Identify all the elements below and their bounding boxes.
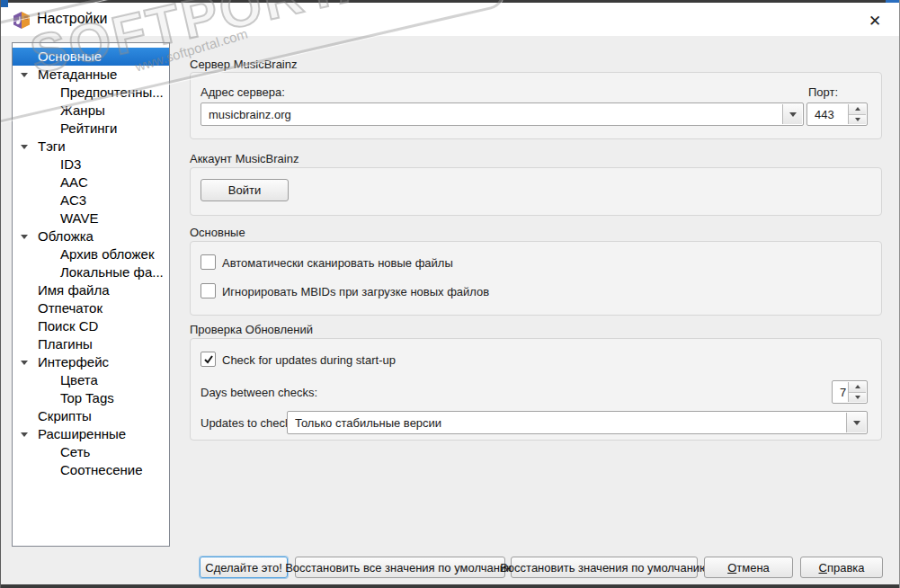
sidebar-item-label: Основные (13, 48, 169, 66)
spin-down-button[interactable] (849, 392, 866, 403)
spin-up-button[interactable] (849, 382, 866, 392)
general-group-frame (190, 241, 882, 316)
updates-channel-value: Только стабильные версии (295, 412, 843, 433)
picard-app-icon (13, 12, 31, 29)
sidebar-item-label: Плагины (13, 335, 169, 353)
chevron-down-icon[interactable] (846, 413, 866, 432)
sidebar-item-preferred-releases[interactable]: Предпочтенны... (13, 84, 169, 102)
spin-up-button[interactable] (849, 104, 866, 114)
cancel-button-label: Отмена (727, 561, 770, 575)
sidebar-item-cover-archive[interactable]: Архив обложек (13, 245, 169, 263)
sidebar-item-label: Соотнесение (13, 461, 169, 479)
sidebar-item-label: Жанры (13, 102, 169, 120)
sidebar-item-label: AC3 (13, 192, 169, 209)
sidebar-item-network[interactable]: Сеть (13, 443, 169, 461)
sidebar-item-ratings[interactable]: Рейтинги (13, 120, 169, 138)
make-it-so-button[interactable]: Сделайте это! (200, 557, 288, 578)
updates-channel-combobox[interactable]: Только стабильные версии (287, 411, 868, 434)
restore-all-defaults-button[interactable]: Восстановить все значения по умолчанию (295, 557, 505, 578)
sidebar-item-ac3[interactable]: AC3 (13, 192, 169, 209)
ignore-mbids-checkbox[interactable] (200, 283, 216, 298)
sidebar-item-cover-art[interactable]: Обложка (13, 227, 169, 245)
sidebar-item-metadata[interactable]: Метаданные (13, 66, 169, 84)
sidebar-item-label: ID3 (13, 156, 169, 174)
restore-defaults-button-label: Восстановить значения по умолчанию (500, 561, 708, 575)
sidebar-item-id3[interactable]: ID3 (13, 156, 169, 174)
sidebar-item-tags[interactable]: Тэги (13, 138, 169, 156)
sidebar-item-local-files[interactable]: Локальные фа... (13, 263, 169, 281)
port-spin-buttons (848, 104, 866, 124)
make-it-so-button-label: Сделайте это! (205, 561, 282, 575)
updates-group-title: Проверка Обновлений (190, 323, 313, 336)
check-updates-checkbox-label[interactable]: Check for updates during start-up (222, 353, 396, 367)
check-updates-checkbox[interactable] (200, 352, 216, 367)
chevron-down-icon[interactable] (782, 104, 802, 124)
cancel-button[interactable]: Отмена (704, 557, 793, 578)
autoscan-checkbox[interactable] (200, 254, 216, 270)
sidebar-item-label: Локальные фа... (13, 263, 169, 281)
sidebar-item-top-tags[interactable]: Top Tags (13, 389, 169, 407)
port-value: 443 (815, 103, 843, 125)
days-spin-buttons (848, 382, 866, 402)
days-between-checks-spinbox[interactable]: 7 (832, 380, 868, 404)
background-window-fragment-right (886, 0, 899, 3)
sidebar-item-general[interactable]: Основные (13, 48, 169, 66)
login-button-label: Войти (228, 183, 261, 197)
sidebar-item-label: Тэги (13, 138, 169, 156)
sidebar-item-colors[interactable]: Цвета (13, 371, 169, 389)
ignore-mbids-checkbox-label[interactable]: Игнорировать MBIDs при загрузке новых фа… (222, 285, 489, 298)
autoscan-checkbox-label[interactable]: Автоматически сканировать новые файлы (222, 256, 453, 270)
chevron-down-icon[interactable] (21, 235, 28, 239)
server-address-value: musicbrainz.org (209, 103, 780, 125)
sidebar-item-label: Метаданные (13, 66, 169, 84)
sidebar-item-label: Предпочтенны... (13, 84, 169, 102)
sidebar-item-label: Отпечаток (13, 299, 169, 317)
sidebar-item-genres[interactable]: Жанры (13, 102, 169, 120)
sidebar-item-fingerprinting[interactable]: Отпечаток (13, 299, 169, 317)
sidebar-item-label: Имя файла (13, 281, 169, 299)
port-label: Порт: (808, 85, 838, 99)
sidebar-item-plugins[interactable]: Плагины (13, 335, 169, 353)
chevron-down-icon[interactable] (21, 145, 28, 149)
sidebar-item-label: Сеть (13, 443, 169, 461)
sidebar-item-label: Интерфейс (13, 353, 169, 371)
port-spinbox[interactable]: 443 (806, 102, 868, 126)
days-between-checks-label: Days between checks: (200, 386, 317, 399)
titlebar: Настройки ✕ (1, 3, 899, 36)
close-icon[interactable]: ✕ (863, 9, 887, 32)
window-top-border (1, 0, 899, 3)
sidebar-item-label: Скрипты (13, 407, 169, 425)
window-bottom-border (1, 584, 899, 588)
sidebar-item-aac[interactable]: AAC (13, 174, 169, 192)
sidebar-item-label: Архив обложек (13, 245, 169, 263)
sidebar-item-matching[interactable]: Соотнесение (13, 461, 169, 479)
general-group-title: Основные (190, 226, 245, 239)
sidebar-item-interface[interactable]: Интерфейс (13, 353, 169, 371)
spin-down-button[interactable] (849, 114, 866, 125)
sidebar-item-label: Рейтинги (13, 120, 169, 138)
restore-all-defaults-button-label: Восстановить все значения по умолчанию (285, 561, 515, 575)
sidebar-item-advanced[interactable]: Расширенные (13, 425, 169, 443)
sidebar-item-label: Поиск CD (13, 317, 169, 335)
background-window-fragment-left (1, 0, 8, 7)
help-button-label: Справка (819, 561, 865, 575)
chevron-down-icon[interactable] (21, 361, 28, 365)
server-address-combobox[interactable]: musicbrainz.org (200, 102, 804, 126)
sidebar-item-label: Обложка (13, 227, 169, 245)
sidebar-item-scripts[interactable]: Скрипты (13, 407, 169, 425)
chevron-down-icon[interactable] (21, 73, 28, 77)
help-button[interactable]: Справка (800, 557, 883, 578)
sidebar-item-label: WAVE (13, 209, 169, 227)
sidebar-item-label: Top Tags (13, 389, 169, 407)
sidebar-item-cd-lookup[interactable]: Поиск CD (13, 317, 169, 335)
sidebar-item-wave[interactable]: WAVE (13, 209, 169, 227)
chevron-down-icon[interactable] (21, 432, 28, 437)
sidebar-item-label: Цвета (13, 371, 169, 389)
account-group-title: Аккаунт MusicBrainz (190, 152, 299, 165)
restore-defaults-button[interactable]: Восстановить значения по умолчанию (511, 557, 698, 578)
server-address-label: Адрес сервера: (200, 85, 285, 99)
updates-to-check-label: Updates to check: (200, 416, 294, 430)
login-button[interactable]: Войти (200, 179, 289, 201)
settings-nav-tree: Основные Метаданные Предпочтенны... Жанр… (12, 42, 170, 547)
sidebar-item-file-naming[interactable]: Имя файла (13, 281, 169, 299)
